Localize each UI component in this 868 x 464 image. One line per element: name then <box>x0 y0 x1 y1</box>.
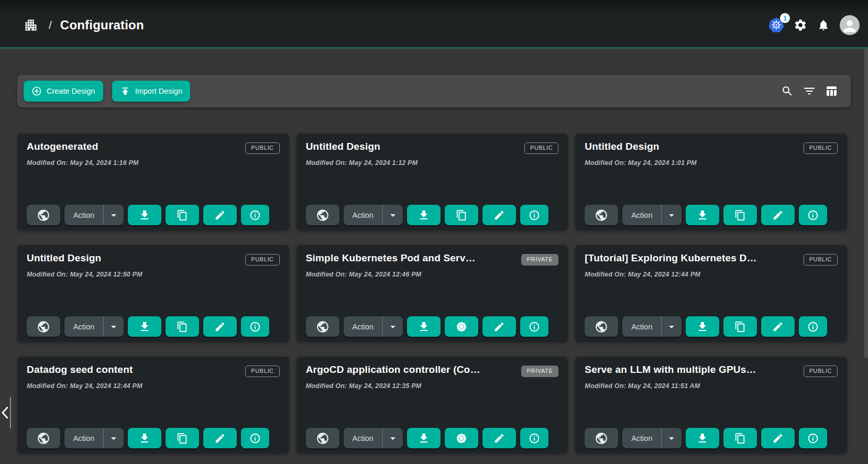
visibility-badge: PRIVATE <box>521 254 559 266</box>
action-dropdown-toggle[interactable] <box>662 432 682 445</box>
visibility-globe-button[interactable] <box>585 205 618 225</box>
action-split-button[interactable]: Action <box>344 428 403 448</box>
action-dropdown-toggle[interactable] <box>104 209 124 222</box>
organization-building-icon[interactable] <box>24 18 38 32</box>
copy-icon <box>177 433 188 444</box>
page-scrollbar[interactable] <box>864 49 868 358</box>
action-split-button[interactable]: Action <box>64 316 124 337</box>
search-icon[interactable] <box>781 84 794 98</box>
visibility-globe-button[interactable] <box>585 428 618 448</box>
design-title: Autogenerated <box>27 141 235 152</box>
visibility-badge: PUBLIC <box>804 142 838 154</box>
info-button[interactable] <box>520 205 548 225</box>
edit-button[interactable] <box>203 316 237 337</box>
copy-icon <box>456 209 467 221</box>
download-button[interactable] <box>128 428 161 448</box>
info-button[interactable] <box>799 316 827 337</box>
clone-button[interactable] <box>723 428 757 448</box>
settings-gear-icon[interactable] <box>794 18 807 32</box>
action-split-button[interactable]: Action <box>64 205 124 225</box>
action-dropdown-toggle[interactable] <box>662 321 682 333</box>
info-button[interactable] <box>799 428 827 448</box>
visibility-globe-button[interactable] <box>27 428 60 448</box>
info-button[interactable] <box>241 428 269 448</box>
action-split-button[interactable]: Action <box>622 428 682 448</box>
chevron-down-icon <box>665 321 678 333</box>
info-button[interactable] <box>241 205 269 225</box>
notifications-bell-icon[interactable] <box>817 18 830 32</box>
visibility-globe-button[interactable] <box>306 316 339 337</box>
clone-button[interactable] <box>166 205 199 225</box>
designs-toolbar: Create Design Import Design <box>17 75 851 107</box>
visibility-globe-button[interactable] <box>585 316 618 337</box>
edit-button[interactable] <box>761 428 795 448</box>
action-dropdown-toggle[interactable] <box>383 209 403 222</box>
design-kanvas-button[interactable] <box>445 428 478 448</box>
action-dropdown-toggle[interactable] <box>662 209 682 222</box>
edit-button[interactable] <box>482 428 516 448</box>
import-design-button[interactable]: Import Design <box>112 81 190 102</box>
clone-button[interactable] <box>723 316 757 337</box>
design-kanvas-button[interactable] <box>445 316 478 337</box>
sidebar-collapse-handle[interactable] <box>0 397 12 428</box>
download-icon <box>138 321 151 333</box>
add-circle-icon <box>31 86 42 96</box>
clone-button[interactable] <box>166 428 199 448</box>
action-button-label: Action <box>344 434 382 443</box>
user-avatar[interactable] <box>840 15 860 35</box>
design-card: ArgoCD application controller (Co… Modif… <box>296 357 568 454</box>
visibility-globe-button[interactable] <box>27 205 60 225</box>
action-dropdown-toggle[interactable] <box>104 432 124 445</box>
visibility-badge: PUBLIC <box>804 366 838 377</box>
clone-button[interactable] <box>445 205 478 225</box>
design-title: Untitled Design <box>27 252 235 264</box>
edit-button[interactable] <box>203 205 237 225</box>
table-view-icon[interactable] <box>825 84 838 98</box>
info-button[interactable] <box>520 316 548 337</box>
design-title: Datadog seed content <box>27 364 235 375</box>
action-split-button[interactable]: Action <box>622 205 682 225</box>
design-card: Untitled Design Modified On: May 24, 202… <box>575 134 847 230</box>
filter-icon[interactable] <box>803 84 816 98</box>
info-button[interactable] <box>241 316 269 337</box>
design-card: Autogenerated Modified On: May 24, 2024 … <box>17 134 289 230</box>
edit-pencil-icon <box>214 321 226 333</box>
edit-button[interactable] <box>761 205 795 225</box>
kubernetes-context-button[interactable]: 1 <box>768 17 784 33</box>
visibility-globe-button[interactable] <box>306 428 339 448</box>
edit-button[interactable] <box>482 205 516 225</box>
edit-button[interactable] <box>203 428 237 448</box>
action-split-button[interactable]: Action <box>344 205 403 225</box>
action-split-button[interactable]: Action <box>344 316 403 337</box>
visibility-globe-button[interactable] <box>306 205 339 225</box>
visibility-globe-button[interactable] <box>27 316 60 337</box>
download-button[interactable] <box>686 316 719 337</box>
globe-icon <box>37 432 50 445</box>
download-button[interactable] <box>686 205 719 225</box>
download-button[interactable] <box>686 428 719 448</box>
download-button[interactable] <box>128 205 161 225</box>
download-button[interactable] <box>407 316 441 337</box>
edit-pencil-icon <box>214 209 226 221</box>
globe-icon <box>316 320 329 334</box>
design-modified-on: Modified On: May 24, 2024 12:50 PM <box>27 271 280 278</box>
clone-button[interactable] <box>723 205 757 225</box>
download-button[interactable] <box>128 316 161 337</box>
info-icon <box>529 209 540 221</box>
edit-button[interactable] <box>482 316 516 337</box>
action-split-button[interactable]: Action <box>622 316 682 337</box>
download-icon <box>417 209 430 222</box>
info-button[interactable] <box>799 205 827 225</box>
action-button-label: Action <box>622 323 661 331</box>
edit-button[interactable] <box>761 316 795 337</box>
action-split-button[interactable]: Action <box>64 428 124 448</box>
action-dropdown-toggle[interactable] <box>104 321 124 333</box>
download-button[interactable] <box>407 428 441 448</box>
create-design-button[interactable]: Create Design <box>24 81 103 102</box>
clone-button[interactable] <box>166 316 199 337</box>
action-dropdown-toggle[interactable] <box>383 432 403 445</box>
download-button[interactable] <box>407 205 441 225</box>
card-actions: Action <box>306 428 548 448</box>
action-dropdown-toggle[interactable] <box>383 321 403 333</box>
info-button[interactable] <box>520 428 548 448</box>
